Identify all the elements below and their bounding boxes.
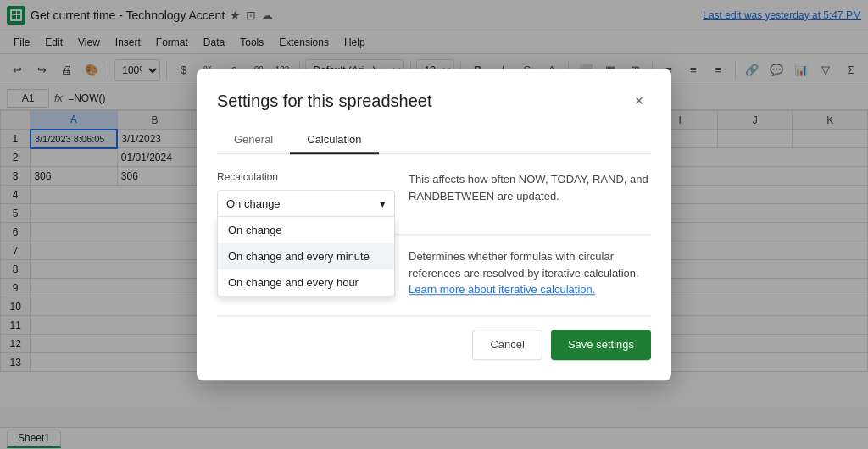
iterative-description: Determines whether formulas with circula… xyxy=(409,248,651,298)
modal-close-btn[interactable]: × xyxy=(627,89,651,113)
modal-dialog: Settings for this spreadsheet × General … xyxy=(197,69,671,380)
iterative-desc-text: Determines whether formulas with circula… xyxy=(409,250,639,280)
section-left: Recalculation On change ▾ On change On c… xyxy=(217,171,395,217)
save-settings-button[interactable]: Save settings xyxy=(551,330,651,360)
tab-general[interactable]: General xyxy=(217,126,290,154)
dropdown-chevron-icon: ▾ xyxy=(380,197,386,210)
modal-tabs: General Calculation xyxy=(217,126,651,154)
recalculation-dropdown: On change ▾ On change On change and ever… xyxy=(217,190,395,217)
recalculation-desc-text: This affects how often NOW, TODAY, RAND,… xyxy=(409,173,648,202)
recalculation-section: Recalculation On change ▾ On change On c… xyxy=(217,171,651,217)
cancel-button[interactable]: Cancel xyxy=(472,330,542,360)
option-on-change[interactable]: On change xyxy=(218,217,394,243)
recalculation-dropdown-btn[interactable]: On change ▾ xyxy=(217,190,395,217)
option-on-change-hour[interactable]: On change and every hour xyxy=(218,269,394,296)
learn-more-link[interactable]: Learn more about iterative calculation. xyxy=(409,283,595,296)
option-on-change-minute[interactable]: On change and every minute xyxy=(218,243,394,269)
modal-header: Settings for this spreadsheet × xyxy=(217,89,651,113)
tab-calculation[interactable]: Calculation xyxy=(290,126,378,154)
modal-title: Settings for this spreadsheet xyxy=(217,91,431,111)
modal-footer: Cancel Save settings xyxy=(217,315,651,360)
recalculation-label: Recalculation xyxy=(217,171,395,183)
recalculation-description: This affects how often NOW, TODAY, RAND,… xyxy=(409,171,651,217)
dropdown-options: On change On change and every minute On … xyxy=(217,217,395,297)
dropdown-current: On change xyxy=(226,197,281,210)
